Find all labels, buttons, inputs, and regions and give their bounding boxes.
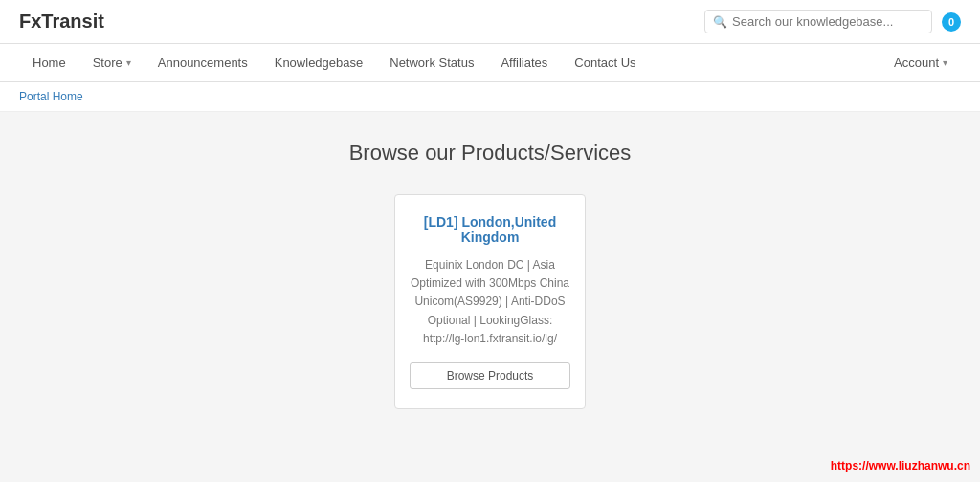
nav-left: Home Store ▾ Announcements Knowledgebase…: [19, 44, 650, 81]
breadcrumb: Portal Home: [0, 82, 980, 112]
header: FxTransit 🔍 0: [0, 0, 980, 44]
products-section-title: Browse our Products/Services: [31, 141, 949, 165]
product-description: Equinix London DC | Asia Optimized with …: [410, 256, 570, 348]
logo[interactable]: FxTransit: [19, 11, 104, 33]
chevron-down-icon: ▾: [943, 57, 947, 68]
main-content: Browse our Products/Services [LD1] Londo…: [11, 112, 969, 476]
nav-contact-us[interactable]: Contact Us: [561, 44, 649, 81]
chevron-down-icon: ▾: [126, 57, 131, 68]
nav-network-status[interactable]: Network Status: [376, 44, 487, 81]
nav-right: Account ▾: [880, 44, 961, 81]
product-name: [LD1] London,United Kingdom: [410, 214, 570, 245]
main-nav: Home Store ▾ Announcements Knowledgebase…: [0, 44, 980, 82]
browse-products-button[interactable]: Browse Products: [410, 362, 570, 389]
header-right: 🔍 0: [704, 10, 961, 33]
nav-announcements[interactable]: Announcements: [145, 44, 261, 81]
nav-account[interactable]: Account ▾: [880, 44, 961, 81]
cart-badge[interactable]: 0: [942, 12, 961, 32]
search-input[interactable]: [732, 14, 924, 29]
nav-store[interactable]: Store ▾: [79, 44, 145, 81]
products-grid: [LD1] London,United Kingdom Equinix Lond…: [31, 194, 949, 409]
nav-affiliates[interactable]: Affiliates: [487, 44, 561, 81]
search-icon: 🔍: [713, 15, 727, 29]
watermark: https://www.liuzhanwu.cn: [831, 459, 970, 472]
product-card: [LD1] London,United Kingdom Equinix Lond…: [394, 194, 586, 409]
search-bar: 🔍: [704, 10, 932, 33]
breadcrumb-link[interactable]: Portal Home: [19, 90, 83, 103]
nav-home[interactable]: Home: [19, 44, 79, 81]
nav-knowledgebase[interactable]: Knowledgebase: [261, 44, 377, 81]
help-section: How can we help today Announcements: [0, 476, 980, 482]
